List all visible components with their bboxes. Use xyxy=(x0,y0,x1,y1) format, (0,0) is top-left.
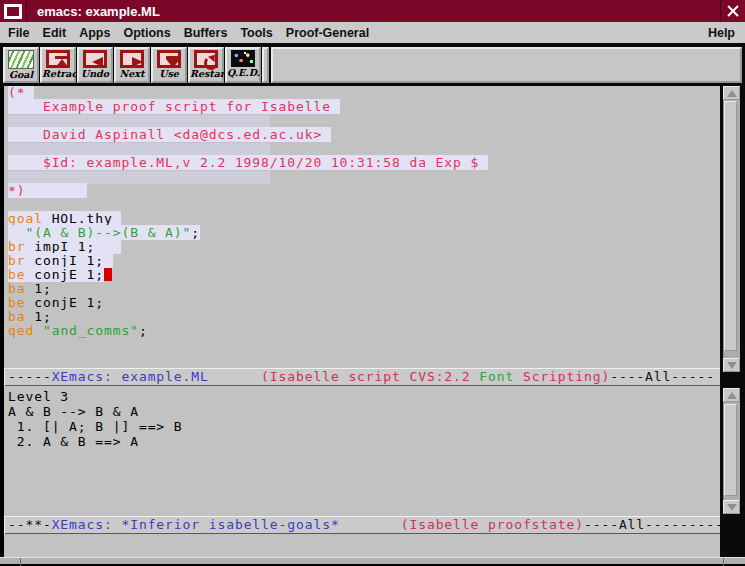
script-buffer[interactable]: (* Example proof script for Isabelle Dav… xyxy=(4,86,720,368)
buffer-line: be conjE 1; xyxy=(4,296,720,310)
code-segment: ; xyxy=(191,225,200,240)
toolbar-button-goal[interactable]: Goal xyxy=(3,47,39,83)
buffer-line: Example proof script for Isabelle xyxy=(4,100,720,114)
scroll-up-button[interactable] xyxy=(723,388,740,402)
code-segment xyxy=(8,225,25,240)
code-segment: $Id: example.ML,v 2.2 1998/10/20 10:31:5… xyxy=(8,155,488,170)
code-segment: goal xyxy=(8,211,52,226)
buffer-line xyxy=(4,114,720,128)
modeline-segment xyxy=(209,369,261,384)
minibuffer-echo-area[interactable] xyxy=(4,534,741,557)
code-segment: conjE 1; xyxy=(34,267,104,282)
toolbar-button-label: Retract xyxy=(42,68,74,79)
modeline-segment xyxy=(340,517,401,532)
code-segment: *) xyxy=(8,183,87,198)
menu-item-apps[interactable]: Apps xyxy=(79,26,110,40)
code-segment: be xyxy=(8,267,34,282)
buffer-line xyxy=(4,142,720,156)
goals-line: Level 3 xyxy=(4,389,720,404)
xemacs-window: emacs: example.ML FileEditAppsOptionsBuf… xyxy=(0,0,745,566)
modeline-segment: ----All--------- xyxy=(584,517,724,532)
buffer-line: "(A & B)-->(B & A)"; xyxy=(4,226,720,240)
buffer-line: *) xyxy=(4,184,720,198)
menu-item-proof-general[interactable]: Proof-General xyxy=(286,26,369,40)
buffer-line: br conjI 1; xyxy=(4,254,720,268)
toolbar-button-undo[interactable]: Undo xyxy=(77,47,113,83)
code-segment: "and_comms" xyxy=(43,323,139,338)
toolbar-button-label: Use xyxy=(153,68,185,79)
code-segment: "(A & B)-->(B & A)" xyxy=(25,225,191,240)
toolbar-button-label: Q.E.D. xyxy=(227,67,259,78)
modeline-segment: ----- xyxy=(8,369,52,384)
modeline-segment: XEmacs: example.ML xyxy=(52,369,209,384)
scroll-down-button[interactable] xyxy=(723,358,740,372)
code-segment: (* xyxy=(8,86,34,100)
toolbar-button-label: Undo xyxy=(79,68,111,79)
buffer-line xyxy=(4,198,720,212)
toolbar-button-restart[interactable]: Restart xyxy=(188,47,224,83)
scroll-down-button[interactable] xyxy=(723,500,740,514)
goals-line: A & B --> B & A xyxy=(4,404,720,419)
goals-buffer[interactable]: Level 3A & B --> B & A 1. [| A; B |] ==>… xyxy=(4,386,720,516)
code-segment: be xyxy=(8,295,34,310)
menubar: FileEditAppsOptionsBuffersToolsProof-Gen… xyxy=(0,22,745,43)
undo-icon xyxy=(83,50,107,68)
menu-item-file[interactable]: File xyxy=(8,26,30,40)
text-cursor xyxy=(104,268,112,281)
goals-line: 1. [| A; B |] ==> B xyxy=(4,419,720,434)
menu-item-help[interactable]: Help xyxy=(708,26,745,40)
close-button[interactable] xyxy=(720,0,745,22)
window-menu-button[interactable] xyxy=(0,0,27,22)
scroll-up-button[interactable] xyxy=(723,86,740,100)
modeline-segment: (Isabelle script CVS:2.2 xyxy=(261,369,479,384)
toolbar-button-next[interactable]: Next xyxy=(114,47,150,83)
border-notch xyxy=(20,558,21,566)
menu-item-edit[interactable]: Edit xyxy=(43,26,67,40)
goals-line: 2. A & B ==> A xyxy=(4,434,720,449)
modeline-segment: ----All----- xyxy=(610,369,715,384)
menu-item-tools[interactable]: Tools xyxy=(240,26,272,40)
code-segment: 1; xyxy=(34,281,51,296)
menu-item-buffers[interactable]: Buffers xyxy=(184,26,228,40)
close-icon xyxy=(726,4,740,18)
code-segment: br xyxy=(8,239,34,254)
qed-icon xyxy=(231,50,255,67)
use-icon xyxy=(157,50,181,68)
buffer-line xyxy=(4,338,720,352)
modeline-lower: --**-XEmacs: *Inferior isabelle-goals* (… xyxy=(4,516,738,534)
code-segment: conjE 1; xyxy=(34,295,104,310)
buffer-line xyxy=(4,170,720,184)
goals-scrollbar[interactable] xyxy=(723,388,740,514)
toolbar-filler xyxy=(271,47,742,83)
buffer-line: be conjE 1; xyxy=(4,268,720,282)
toolbar-button-label: Next xyxy=(116,68,148,79)
scrollbar-thumb[interactable] xyxy=(724,101,737,351)
buffer-line: ba 1; xyxy=(4,282,720,296)
scrollbar-thumb[interactable] xyxy=(724,404,737,496)
window-title: emacs: example.ML xyxy=(37,4,720,19)
toolbar: GoalRetractUndoNextUseRestartQ.E.D. xyxy=(0,43,745,86)
buffer-line: qed "and_comms"; xyxy=(4,324,720,338)
goal-icon xyxy=(8,50,34,69)
code-segment: ba xyxy=(8,281,34,296)
toolbar-buttons: GoalRetractUndoNextUseRestartQ.E.D. xyxy=(3,47,262,83)
modeline-segment: Font xyxy=(479,369,514,384)
titlebar: emacs: example.ML xyxy=(0,0,745,23)
script-scrollbar[interactable] xyxy=(723,86,740,372)
code-segment: br xyxy=(8,253,34,268)
toolbar-button-qed[interactable]: Q.E.D. xyxy=(225,47,261,83)
toolbar-button-label: Goal xyxy=(5,69,37,80)
retract-icon xyxy=(46,50,70,68)
toolbar-separator xyxy=(262,47,269,83)
code-segment: qed xyxy=(8,323,43,338)
buffer-line: $Id: example.ML,v 2.2 1998/10/20 10:31:5… xyxy=(4,156,720,170)
window-menu-icon xyxy=(4,4,22,19)
buffer-line: David Aspinall <da@dcs.ed.ac.uk> xyxy=(4,128,720,142)
modeline-segment: XEmacs: *Inferior isabelle-goals* xyxy=(52,517,340,532)
code-segment: ba xyxy=(8,309,34,324)
toolbar-button-retract[interactable]: Retract xyxy=(40,47,76,83)
menu-item-options[interactable]: Options xyxy=(123,26,170,40)
buffer-line: (* xyxy=(4,86,720,100)
toolbar-button-use[interactable]: Use xyxy=(151,47,187,83)
window-resize-border[interactable] xyxy=(0,557,745,566)
